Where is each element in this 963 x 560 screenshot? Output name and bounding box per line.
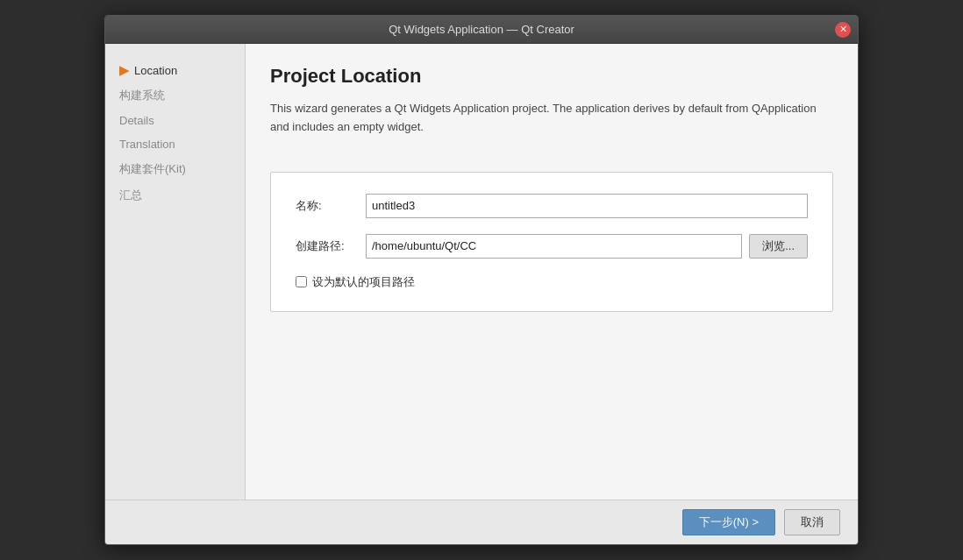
sidebar-item-details[interactable]: Details	[105, 109, 245, 132]
cancel-button[interactable]: 取消	[784, 509, 840, 535]
sidebar-label-translation: Translation	[119, 138, 175, 151]
sidebar-item-location[interactable]: ▶ Location	[105, 58, 245, 82]
active-arrow-icon: ▶	[119, 63, 129, 77]
sidebar-item-kit[interactable]: 构建套件(Kit)	[105, 156, 245, 182]
path-input[interactable]	[366, 234, 742, 259]
page-title: Project Location	[270, 65, 833, 88]
name-input[interactable]	[366, 194, 808, 218]
sidebar-label-kit: 构建套件(Kit)	[119, 161, 186, 177]
default-path-checkbox[interactable]	[296, 276, 307, 287]
content-area: ▶ Location 构建系统 Details Translation 构建套件…	[105, 44, 858, 500]
dialog-window: Qt Widgets Application — Qt Creator ✕ ▶ …	[104, 15, 859, 545]
sidebar-label-location: Location	[134, 64, 177, 77]
window-title: Qt Widgets Application — Qt Creator	[389, 23, 574, 36]
sidebar-item-build-system[interactable]: 构建系统	[105, 82, 245, 109]
footer: 下一步(N) > 取消	[105, 500, 858, 544]
checkbox-row: 设为默认的项目路径	[296, 274, 808, 290]
titlebar: Qt Widgets Application — Qt Creator ✕	[105, 16, 858, 44]
name-label: 名称:	[296, 198, 366, 214]
name-row: 名称:	[296, 194, 808, 218]
next-button[interactable]: 下一步(N) >	[682, 509, 775, 535]
sidebar: ▶ Location 构建系统 Details Translation 构建套件…	[105, 44, 246, 500]
close-button[interactable]: ✕	[835, 22, 851, 38]
sidebar-item-summary[interactable]: 汇总	[105, 182, 245, 209]
sidebar-item-translation[interactable]: Translation	[105, 132, 245, 156]
sidebar-label-summary: 汇总	[119, 188, 142, 203]
page-description: This wizard generates a Qt Widgets Appli…	[270, 100, 833, 137]
checkbox-label: 设为默认的项目路径	[312, 274, 415, 290]
browse-button[interactable]: 浏览...	[749, 234, 808, 259]
main-content: Project Location This wizard generates a…	[246, 44, 858, 500]
path-row: 创建路径: 浏览...	[296, 234, 808, 259]
sidebar-label-details: Details	[119, 114, 154, 127]
sidebar-label-build-system: 构建系统	[119, 88, 165, 103]
path-label: 创建路径:	[296, 238, 366, 254]
form-area: 名称: 创建路径: 浏览... 设为默认的项目路径	[270, 172, 833, 312]
